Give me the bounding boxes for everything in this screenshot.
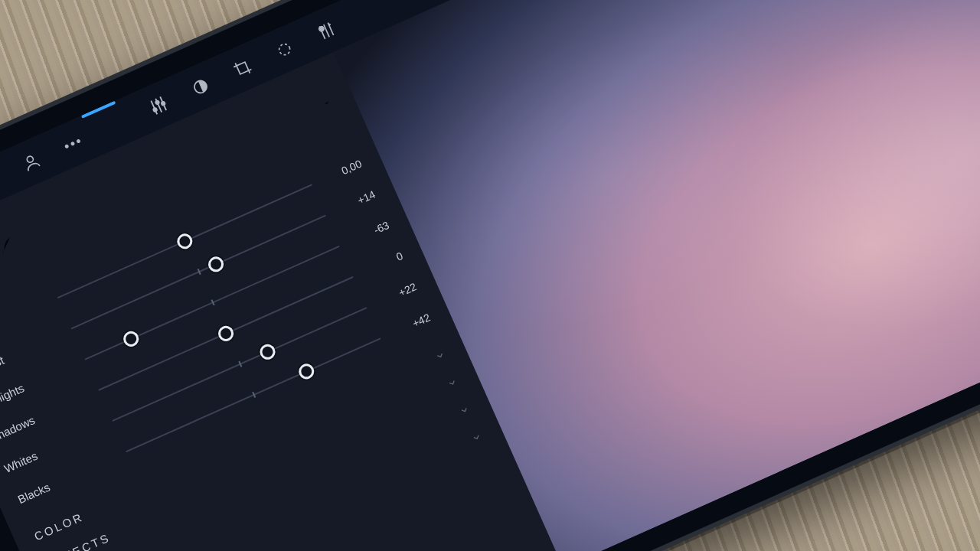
more-button[interactable]: •••	[58, 129, 89, 159]
chevron-right-icon	[444, 375, 461, 393]
slider-value: +22	[374, 280, 419, 308]
svg-point-3	[161, 101, 165, 106]
mask-mode-button[interactable]	[185, 72, 216, 103]
active-mode-indicator	[81, 101, 116, 119]
slider-value: +14	[333, 188, 377, 217]
svg-point-0	[26, 155, 34, 164]
chevron-right-icon	[469, 429, 485, 448]
slider-handle[interactable]	[257, 342, 277, 362]
slider-value: +42	[388, 311, 433, 339]
slider-handle[interactable]	[175, 231, 194, 251]
slider-value: -63	[347, 219, 391, 247]
expand-caret-icon[interactable]	[318, 94, 337, 115]
healing-mode-button[interactable]	[270, 34, 300, 65]
svg-point-1	[153, 108, 158, 112]
tone-curve-button[interactable]	[0, 233, 21, 262]
slider-value: 0,00	[319, 157, 364, 185]
chevron-right-icon	[456, 402, 473, 420]
preset-mode-button[interactable]	[312, 15, 342, 46]
slider-handle[interactable]	[216, 324, 236, 344]
reset-button[interactable]	[0, 165, 5, 196]
person-crop-button[interactable]	[16, 147, 47, 178]
slider-handle[interactable]	[296, 361, 316, 381]
svg-point-5	[277, 42, 291, 56]
slider-value: 0	[361, 249, 405, 278]
svg-point-2	[155, 100, 160, 105]
tablet-device: •••	[0, 0, 980, 551]
adjust-mode-button[interactable]	[143, 90, 174, 121]
app-screen: •••	[0, 0, 980, 551]
chevron-right-icon	[432, 347, 449, 366]
crop-mode-button[interactable]	[227, 53, 258, 83]
slider-handle[interactable]	[121, 329, 141, 349]
slider-handle[interactable]	[206, 254, 226, 274]
